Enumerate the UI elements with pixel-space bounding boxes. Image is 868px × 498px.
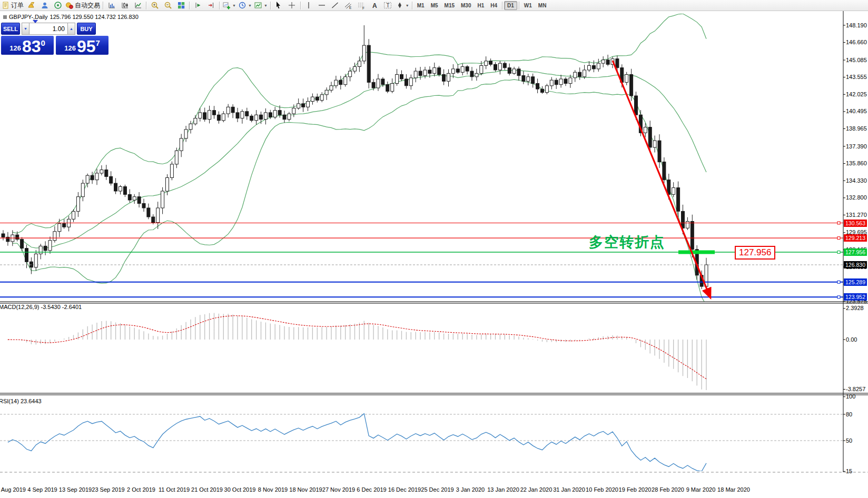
volume-input[interactable]: 1.00	[29, 23, 67, 35]
templates-button[interactable]: ▼	[253, 1, 269, 11]
arrows-button[interactable]: ▼	[394, 1, 410, 11]
tile-windows-button[interactable]	[174, 1, 188, 11]
toolbar-separator	[189, 2, 190, 9]
toolbar-separator	[502, 2, 502, 9]
toolbar-separator	[519, 2, 519, 9]
periods-button[interactable]: ▼	[237, 1, 253, 11]
templates-icon	[254, 1, 262, 9]
timeframe-m30-button[interactable]: M30	[458, 1, 474, 10]
volume-decrease-button[interactable]: ▼	[22, 23, 29, 35]
bar-chart-mode-button[interactable]	[105, 1, 118, 11]
new-order-label: 订单	[11, 1, 24, 10]
price-level-badge: 123.952	[844, 293, 867, 301]
price-axis-tick: 134.330	[846, 177, 867, 184]
macd-axis-tick: 2.3928	[846, 305, 864, 311]
horizontal-line-button[interactable]	[315, 1, 329, 11]
toolbar-separator	[412, 2, 412, 9]
buy-price-pip: 7	[95, 38, 100, 47]
new-chart-icon	[222, 1, 231, 9]
sell-button[interactable]: SELL	[1, 23, 20, 35]
volume-increase-button[interactable]: ▲	[67, 23, 75, 35]
one-click-trading-panel: SELL ▼ 1.00 ▲ BUY 126 83 0 126 95 7	[1, 23, 108, 55]
buy-price-prefix: 126	[64, 44, 76, 52]
toolbar-separator	[270, 2, 271, 9]
price-level-badge: 130.563	[844, 220, 867, 227]
timeframe-mn-button[interactable]: MN	[535, 1, 550, 10]
autotrading-label: 自动交易	[75, 1, 100, 10]
periods-icon	[238, 1, 246, 9]
webcast-button[interactable]	[51, 1, 64, 11]
new-order-icon	[2, 1, 10, 9]
dropdown-arrow-icon: ▼	[406, 4, 409, 7]
fibonacci-button[interactable]: F	[355, 1, 368, 11]
toolbar-separator	[300, 2, 301, 9]
profile-button[interactable]	[38, 1, 51, 11]
zoom-in-icon	[151, 1, 159, 9]
svg-text:F: F	[362, 6, 364, 10]
price-level-badge: 126.830	[844, 261, 867, 268]
vertical-line-icon	[304, 1, 313, 9]
rsi-axis-tick: 15	[846, 468, 852, 474]
trendline-button[interactable]	[329, 1, 342, 11]
new-order-button[interactable]: 订单	[1, 1, 25, 11]
auto-scroll-icon	[194, 1, 202, 9]
dropdown-arrow-icon: ▼	[232, 4, 236, 7]
zoom-in-button[interactable]	[148, 1, 161, 11]
macd-indicator-label: MACD(12,26,9) -3.5430 -2.6401	[0, 304, 82, 310]
timeframe-w1-button[interactable]: W1	[521, 1, 535, 10]
trendline-icon	[331, 1, 339, 9]
dropdown-arrow-icon: ▼	[248, 4, 252, 7]
chart-shift-button[interactable]	[204, 1, 218, 11]
macd-rsi-splitter[interactable]	[0, 392, 843, 395]
crosshair-button[interactable]	[285, 1, 299, 11]
rsi-axis-tick: 50	[846, 437, 852, 444]
candlestick-mode-icon	[121, 1, 129, 9]
equidistant-channel-button[interactable]: E	[342, 1, 355, 11]
date-axis-label: 18 Mar 2020	[712, 486, 756, 493]
auto-scroll-button[interactable]	[191, 1, 204, 11]
price-axis-tick: 146.660	[846, 39, 867, 45]
price-axis-tick: 131.270	[846, 212, 867, 218]
timeframe-m5-button[interactable]: M5	[428, 1, 441, 10]
turning-point-annotation: 多空转折点	[589, 233, 665, 252]
macd-axis-tick: 0.00	[846, 336, 857, 343]
price-axis-tick: 148.190	[846, 22, 867, 28]
sell-quote-button[interactable]: 126 83 0	[1, 36, 54, 55]
cursor-button[interactable]	[272, 1, 285, 11]
zoom-out-button[interactable]	[161, 1, 174, 11]
price-level-badge: 125.289	[844, 278, 867, 286]
text-icon: A	[370, 1, 379, 9]
timeframe-m15-button[interactable]: M15	[441, 1, 458, 10]
macd-axis-tick: -3.8257	[846, 386, 865, 392]
autotrading-button[interactable]: 自动交易	[64, 1, 101, 11]
line-chart-mode-button[interactable]	[131, 1, 144, 11]
vertical-line-button[interactable]	[302, 1, 315, 11]
text-label-button[interactable]: T	[381, 1, 394, 11]
crosshair-icon	[288, 1, 296, 9]
chart-shift-icon	[207, 1, 215, 9]
webcast-icon	[54, 1, 62, 9]
buy-quote-button[interactable]: 126 95 7	[56, 36, 108, 55]
price-axis-tick: 145.085	[846, 57, 867, 63]
timeframe-d1-button[interactable]: D1	[504, 1, 517, 10]
main-macd-splitter[interactable]	[0, 301, 843, 304]
candlestick-mode-button[interactable]	[118, 1, 131, 11]
price-level-badge: 129.213	[844, 234, 867, 242]
profile-icon	[41, 1, 49, 9]
sell-price-prefix: 126	[9, 44, 21, 52]
timeframe-h4-button[interactable]: H4	[487, 1, 500, 10]
rsi-axis-tick: 80	[846, 411, 852, 417]
timeframe-m1-button[interactable]: M1	[414, 1, 428, 10]
sell-price-big: 83	[22, 38, 41, 54]
new-chart-button[interactable]: ▼	[221, 1, 237, 11]
timeframe-h1-button[interactable]: H1	[474, 1, 487, 10]
svg-text:A: A	[372, 2, 377, 9]
ingot-button[interactable]	[25, 1, 38, 11]
collapse-panel-icon[interactable]	[33, 20, 38, 23]
svg-text:E: E	[349, 6, 352, 9]
buy-button[interactable]: BUY	[77, 23, 96, 35]
cursor-icon	[274, 1, 283, 9]
text-button[interactable]: A	[368, 1, 381, 11]
sell-price-pip: 0	[41, 38, 45, 47]
text-label-icon: T	[383, 1, 392, 9]
